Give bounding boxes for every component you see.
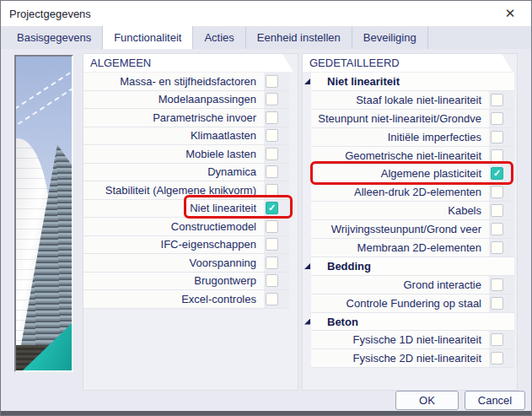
functionality-label: Initiële imperfecties — [311, 131, 489, 143]
section-niet-lineariteit[interactable]: Niet lineariteit — [311, 73, 514, 91]
checkbox[interactable] — [266, 184, 278, 197]
table-row: Mobiele lasten — [83, 145, 289, 164]
functionality-label: Kabels — [311, 204, 489, 217]
table-row: Grond interactie — [311, 276, 514, 294]
window-bottom-edge — [1, 411, 531, 415]
checkbox[interactable] — [266, 274, 278, 287]
project-building-photo — [14, 55, 73, 372]
table-row: Controle Fundering op staal — [311, 294, 514, 313]
table-row: Brugontwerp — [83, 273, 289, 291]
functionality-label: Niet lineariteit — [83, 202, 264, 214]
table-row: Membraan 2D-elementen — [311, 239, 514, 257]
table-row: Constructiemodel — [83, 218, 289, 236]
table-row: Stabiliteit (Algemene knikvorm) — [83, 181, 289, 200]
checkbox[interactable] — [266, 165, 278, 178]
functionality-label: Brugontwerp — [83, 274, 264, 287]
panel-algemeen-header: ALGEMEEN — [83, 54, 293, 72]
table-row: Voorspanning — [83, 254, 289, 273]
section-label: Beton — [311, 316, 514, 328]
checkbox[interactable] — [266, 148, 278, 160]
functionality-label: Parametrische invoer — [83, 111, 264, 124]
project-data-dialog: Projectgegevens ✕ Basisgegevens Function… — [0, 0, 532, 416]
section-label: Bedding — [311, 260, 514, 273]
table-row: Initiële imperfecties — [311, 128, 514, 147]
table-row: Staaf lokale niet-lineariteit — [311, 91, 514, 110]
table-row-niet-lineariteit: Niet lineariteit — [83, 200, 289, 219]
checkbox[interactable] — [491, 112, 503, 125]
checkbox[interactable] — [266, 111, 278, 124]
tab-functionaliteit[interactable]: Functionaliteit — [103, 26, 193, 49]
tab-beveiliging[interactable]: Beveiliging — [352, 26, 428, 49]
checkbox[interactable] — [491, 352, 503, 365]
panel-gedetailleerd-header: GEDETAILLEERD — [303, 54, 513, 72]
table-row: Dynamica — [83, 164, 289, 182]
checkbox[interactable] — [491, 241, 503, 254]
title-bar: Projectgegevens ✕ — [1, 1, 531, 26]
functionality-label: Steunpunt niet-lineariteit/Grondve — [311, 112, 489, 125]
checkbox[interactable] — [491, 297, 503, 310]
table-row: Kabels — [311, 202, 514, 220]
functionality-label: Controle Fundering op staal — [311, 297, 489, 310]
cancel-button[interactable]: Cancel — [465, 391, 525, 410]
tab-eenheid-instellen[interactable]: Eenheid instellen — [246, 26, 352, 49]
checkbox[interactable] — [491, 186, 503, 198]
section-bedding[interactable]: Bedding — [311, 257, 514, 276]
checkbox[interactable] — [491, 278, 503, 291]
checkbox[interactable] — [266, 75, 278, 88]
panel-algemeen: ALGEMEEN Massa- en stijfheidsfactoren Mo… — [83, 53, 298, 391]
functionality-label: IFC-eigenschappen — [83, 238, 264, 251]
tab-acties[interactable]: Acties — [193, 26, 245, 49]
checkbox[interactable] — [266, 129, 278, 142]
checkbox[interactable] — [491, 131, 503, 143]
table-row: Excel-controles — [83, 290, 289, 309]
checkbox[interactable] — [266, 220, 278, 233]
close-icon[interactable]: ✕ — [497, 2, 523, 25]
collapse-triangle-icon[interactable] — [304, 319, 310, 325]
table-row: Massa- en stijfheidsfactoren — [83, 73, 289, 91]
functionality-label: Stabiliteit (Algemene knikvorm) — [83, 184, 264, 197]
checkbox[interactable] — [266, 293, 278, 305]
gedetailleerd-rows: Niet lineariteit Staaf lokale niet-linea… — [311, 73, 514, 368]
table-row: Geometrische niet-lineariteit — [311, 147, 514, 165]
collapse-triangle-icon[interactable] — [304, 78, 310, 84]
table-row: Fysische 2D niet-lineariteit — [311, 349, 514, 368]
checkbox[interactable] — [491, 149, 503, 162]
functionality-label: Grond interactie — [311, 278, 489, 291]
checkbox[interactable] — [491, 94, 503, 106]
checkbox[interactable] — [266, 257, 278, 269]
checkbox[interactable] — [491, 333, 503, 346]
functionality-label: Staaf lokale niet-lineariteit — [311, 94, 489, 106]
table-row: Fysische 1D niet-lineariteit — [311, 331, 514, 349]
functionality-label: Fysische 2D niet-lineariteit — [311, 352, 489, 365]
functionality-label: Voorspanning — [83, 257, 264, 269]
functionality-label: Geometrische niet-lineariteit — [311, 149, 489, 162]
functionality-label: Wrijvingssteunpunt/Grond veer — [311, 223, 489, 235]
table-row: Steunpunt niet-lineariteit/Grondve — [311, 110, 514, 128]
functionality-label: Fysische 1D niet-lineariteit — [311, 333, 489, 346]
table-row: Alleen-druk 2D-elementen — [311, 183, 514, 202]
functionality-label: Dynamica — [83, 165, 264, 178]
panel-gedetailleerd: GEDETAILLEERD Niet lineariteit Staaf lok… — [302, 53, 518, 391]
functionality-label: Modelaanpassingen — [83, 93, 264, 105]
functionality-label: Constructiemodel — [83, 220, 264, 233]
checkbox[interactable] — [266, 238, 278, 251]
functionality-label: Mobiele lasten — [83, 148, 264, 160]
table-row: Wrijvingssteunpunt/Grond veer — [311, 220, 514, 239]
functionality-label: Alleen-druk 2D-elementen — [311, 186, 489, 198]
table-row: Modelaanpassingen — [83, 91, 289, 110]
checkbox[interactable] — [266, 202, 278, 214]
tab-basisgegevens[interactable]: Basisgegevens — [6, 26, 103, 49]
checkbox[interactable] — [266, 93, 278, 105]
functionality-label: Algemene plasticiteit — [311, 167, 489, 180]
table-row: Parametrische invoer — [83, 109, 289, 127]
table-row: Klimaatlasten — [83, 127, 289, 146]
functionality-label: Klimaatlasten — [83, 129, 264, 142]
collapse-triangle-icon[interactable] — [304, 263, 310, 269]
functionality-label: Excel-controles — [83, 293, 264, 305]
checkbox[interactable] — [491, 167, 503, 180]
checkbox[interactable] — [491, 223, 503, 235]
ok-button[interactable]: OK — [395, 391, 459, 410]
functionality-label: Massa- en stijfheidsfactoren — [83, 75, 264, 88]
section-beton[interactable]: Beton — [311, 313, 514, 332]
checkbox[interactable] — [491, 204, 503, 217]
